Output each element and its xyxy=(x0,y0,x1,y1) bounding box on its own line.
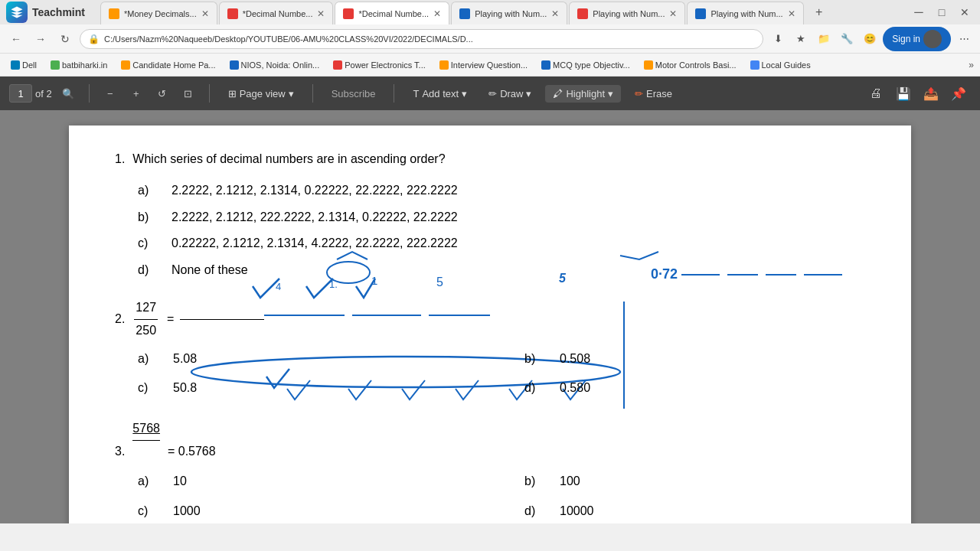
q3-opt-d-label: d) xyxy=(524,500,547,523)
tab-playing-nums-2[interactable]: Playing with Num... ✕ xyxy=(569,2,685,24)
page-number-input[interactable] xyxy=(9,84,32,103)
bookmark-nios[interactable]: NIOS, Noida: Onlin... xyxy=(225,59,325,71)
back-button[interactable]: ← xyxy=(6,29,26,49)
subscribe-button[interactable]: Subscribe xyxy=(324,85,384,103)
favorites-button[interactable]: ★ xyxy=(791,29,811,49)
page-total: of 2 xyxy=(35,88,52,99)
collections-button[interactable]: 📁 xyxy=(814,29,834,49)
forward-button[interactable]: → xyxy=(31,29,51,49)
zoom-in-button[interactable]: + xyxy=(126,83,146,103)
bookmark-label: Power Electronics T... xyxy=(345,60,426,70)
tab-money-decimals[interactable]: *Money Decimals... ✕ xyxy=(100,2,217,24)
bookmark-mcq[interactable]: MCQ type Objectiv... xyxy=(537,59,635,71)
share-button[interactable]: 📤 xyxy=(919,81,943,106)
rotate-button[interactable]: ↺ xyxy=(152,83,172,103)
bookmarks-bar: Dell batbiharki.in Candidate Home Pa... … xyxy=(0,54,980,77)
add-text-button[interactable]: T Add text ▾ xyxy=(405,85,475,103)
bookmark-label: Local Guides xyxy=(762,60,811,70)
tab-label: *Money Decimals... xyxy=(124,9,197,18)
tab-playing-nums-1[interactable]: Playing with Num... ✕ xyxy=(451,2,567,24)
page-view-icon: ⊞ xyxy=(228,88,237,99)
q2-opt-d-label: d) xyxy=(524,377,547,399)
tab-close-btn[interactable]: ✕ xyxy=(669,8,677,19)
q2-option-b: b) 0.508 xyxy=(524,348,865,370)
reload-button[interactable]: ↻ xyxy=(55,29,75,49)
bookmarks-more-button[interactable]: » xyxy=(969,60,974,70)
q2-opt-d-text: 0.580 xyxy=(560,377,590,399)
title-bar: Teachmint *Money Decimals... ✕ *Decimal … xyxy=(0,0,980,24)
separator xyxy=(209,84,210,103)
bookmark-favicon xyxy=(333,60,342,70)
bookmark-label: NIOS, Noida: Onlin... xyxy=(241,60,320,70)
fit-button[interactable]: ⊡ xyxy=(178,83,198,103)
pin-button[interactable]: 📌 xyxy=(946,81,971,106)
subscribe-label: Subscribe xyxy=(332,88,376,99)
extensions-button[interactable]: 🔧 xyxy=(837,29,857,49)
bookmark-label: Candidate Home Pa... xyxy=(132,60,215,70)
logo-icon xyxy=(6,2,28,23)
tab-label: Playing with Num... xyxy=(475,9,547,18)
bookmark-dell[interactable]: Dell xyxy=(6,59,41,71)
page-navigation: of 2 xyxy=(9,84,52,103)
bookmark-interview[interactable]: Interview Question... xyxy=(435,59,532,71)
pdf-toolbar: of 2 🔍 − + ↺ ⊡ ⊞ Page view ▾ Subscribe T… xyxy=(0,77,980,110)
maximize-button[interactable]: □ xyxy=(933,3,951,21)
tab-label: *Decimal Numbe... xyxy=(358,9,429,18)
svg-text:4: 4 xyxy=(276,281,281,292)
zoom-search-button[interactable]: 🔍 xyxy=(58,83,78,103)
tab-close-btn[interactable]: ✕ xyxy=(551,8,559,19)
tab-label: *Decimal Numbe... xyxy=(243,9,313,18)
signin-button[interactable]: Sign in xyxy=(883,27,951,51)
q3-denominator-line xyxy=(132,440,160,463)
tab-favicon xyxy=(459,8,470,19)
bookmark-motor[interactable]: Motor Controls Basi... xyxy=(639,59,741,71)
zoom-out-button[interactable]: − xyxy=(100,83,120,103)
save-button[interactable]: 💾 xyxy=(891,81,916,106)
q2-option-c: c) 50.8 xyxy=(138,377,479,399)
page-view-chevron: ▾ xyxy=(289,88,294,99)
draw-button[interactable]: ✏ Draw ▾ xyxy=(481,85,539,103)
q3-opt-a-text: 10 xyxy=(173,471,187,493)
q1-opt-c-text: 0.22222, 2.1212, 2.1314, 4.2222, 22.2222… xyxy=(172,233,458,255)
tab-decimal-numbers-2[interactable]: *Decimal Numbe... ✕ xyxy=(335,2,449,24)
close-button[interactable]: ✕ xyxy=(956,3,974,21)
tab-playing-nums-3[interactable]: Playing with Num... ✕ xyxy=(687,2,803,24)
q1-opt-a-text: 2.2222, 2.1212, 2.1314, 0.22222, 22.2222… xyxy=(172,180,458,202)
feedback-button[interactable]: 😊 xyxy=(860,29,880,49)
highlight-button[interactable]: 🖍 Highlight ▾ xyxy=(545,85,621,103)
q3-opt-c-text: 1000 xyxy=(173,500,201,523)
tab-favicon xyxy=(109,8,119,19)
print-button[interactable]: 🖨 xyxy=(864,81,888,106)
q3-numerator: 5768 xyxy=(132,418,160,440)
tab-close-btn[interactable]: ✕ xyxy=(788,8,795,19)
q3-option-d: d) 10000 xyxy=(524,500,865,523)
tab-close-btn[interactable]: ✕ xyxy=(317,8,325,19)
downloads-button[interactable]: ⬇ xyxy=(768,29,788,49)
tab-close-btn[interactable]: ✕ xyxy=(433,8,441,19)
draw-chevron: ▾ xyxy=(526,88,531,99)
question-3: 3. 5768 = 0.5768 a) 10 b) 100 c) xyxy=(115,418,865,522)
bookmark-candidate[interactable]: Candidate Home Pa... xyxy=(116,59,220,71)
tab-favicon xyxy=(695,8,706,19)
address-bar[interactable]: 🔒 C:/Users/Nazm%20Naqueeb/Desktop/YOUTUB… xyxy=(80,29,763,49)
tab-close-btn[interactable]: ✕ xyxy=(201,8,209,19)
page-view-button[interactable]: ⊞ Page view ▾ xyxy=(220,85,302,103)
erase-button[interactable]: ✏ Erase xyxy=(627,85,680,103)
tab-decimal-numbers-1[interactable]: *Decimal Numbe... ✕ xyxy=(219,2,334,24)
bookmark-batbiharki[interactable]: batbiharki.in xyxy=(46,59,112,71)
q3-opt-b-text: 100 xyxy=(560,471,580,493)
q1-option-a: a) 2.2222, 2.1212, 2.1314, 0.22222, 22.2… xyxy=(138,180,865,202)
q2-equals: = xyxy=(167,308,174,331)
minimize-button[interactable]: ─ xyxy=(910,3,928,21)
menu-button[interactable]: ⋯ xyxy=(954,29,974,49)
q1-option-c: c) 0.22222, 2.1212, 2.1314, 4.2222, 22.2… xyxy=(138,233,865,255)
bookmark-power-electronics[interactable]: Power Electronics T... xyxy=(328,59,430,71)
pdf-page: 0·72 4 1. 1 5 5 xyxy=(69,126,911,523)
bookmark-label: Interview Question... xyxy=(451,60,528,70)
new-tab-button[interactable]: + xyxy=(808,2,830,23)
pdf-content-area: 0·72 4 1. 1 5 5 xyxy=(0,110,980,523)
bookmark-local-guides[interactable]: Local Guides xyxy=(746,59,815,71)
q1-opt-a-label: a) xyxy=(138,180,159,202)
logo-text: Teachmint xyxy=(32,6,85,18)
bookmark-label: batbiharki.in xyxy=(62,60,107,70)
